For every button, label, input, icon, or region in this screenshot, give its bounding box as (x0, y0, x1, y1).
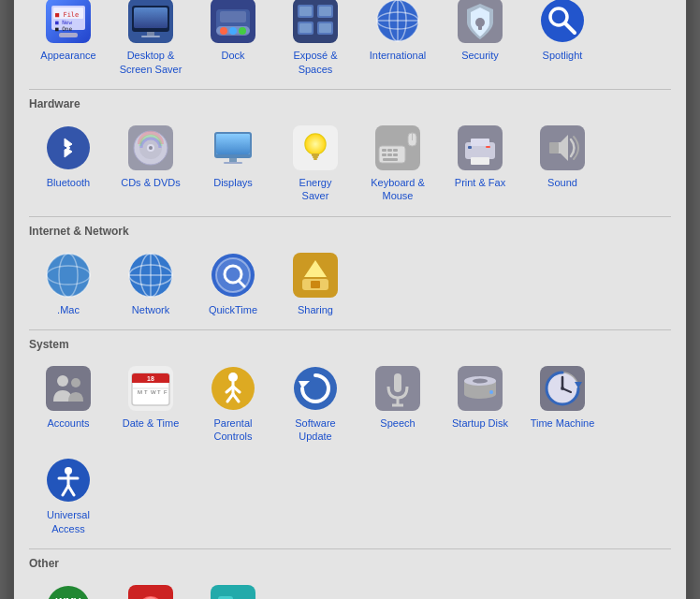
startup-disk-icon (456, 364, 504, 413)
pref-item-displays[interactable]: Displays (194, 118, 272, 207)
perian-icon (126, 583, 175, 599)
pref-item-accounts[interactable]: Accounts (29, 358, 108, 447)
svg-rect-97 (46, 366, 91, 411)
svg-rect-26 (319, 7, 331, 16)
svg-text:T: T (144, 389, 148, 395)
print-fax-icon (456, 124, 504, 172)
pref-item-perian[interactable]: Perian (111, 577, 190, 599)
international-icon (373, 0, 422, 45)
svg-rect-11 (147, 32, 154, 36)
svg-rect-149 (211, 585, 255, 599)
other-items: WMV ▶ Flip4MacWMV Perian (29, 577, 671, 599)
pref-item-desktop-screensaver[interactable]: Desktop &Screen Saver (111, 0, 190, 80)
quicktime-label: QuickTime (209, 303, 257, 316)
date-time-icon: 18 M T W T F (126, 364, 175, 413)
pref-item-security[interactable]: Security (441, 0, 519, 80)
security-icon (456, 0, 504, 45)
pref-item-mac[interactable]: .Mac (29, 245, 108, 320)
personal-items: ■ File ■ New ■ One Appearance (29, 0, 671, 80)
svg-text:■ One: ■ One (55, 25, 72, 32)
divider-internet (29, 216, 671, 217)
pref-item-dock[interactable]: Dock (194, 0, 272, 80)
pref-item-keyboard-mouse[interactable]: Keyboard &Mouse (358, 118, 437, 207)
pref-item-sound[interactable]: Sound (523, 118, 602, 207)
section-label-internet: Internet & Network (29, 225, 671, 238)
international-label: International (370, 49, 427, 62)
svg-point-99 (71, 378, 80, 387)
keyboard-mouse-icon (373, 124, 422, 172)
svg-rect-50 (216, 134, 250, 154)
pref-item-international[interactable]: International (358, 0, 437, 80)
pref-item-cds-dvds[interactable]: CDs & DVDs (111, 118, 190, 207)
system-preferences-window: ◀ ▶ Show All System Preferences 🔍 Person… (13, 0, 687, 599)
svg-rect-62 (387, 149, 392, 152)
pref-item-energy-saver[interactable]: EnergySaver (276, 118, 355, 207)
software-update-label: SoftwareUpdate (295, 416, 335, 444)
svg-rect-28 (319, 23, 331, 33)
pref-item-speech[interactable]: Speech (358, 358, 437, 447)
pref-item-startup-disk[interactable]: Startup Disk (441, 358, 519, 447)
svg-rect-74 (468, 146, 472, 149)
time-machine-icon (538, 364, 587, 413)
pref-item-bluetooth[interactable]: Bluetooth (29, 118, 108, 207)
pref-item-sharing[interactable]: Sharing (276, 245, 355, 320)
pref-item-flip4mac[interactable]: WMV ▶ Flip4MacWMV (29, 577, 108, 599)
network-label: Network (132, 303, 169, 316)
svg-rect-96 (311, 281, 320, 288)
software-update-icon (291, 364, 340, 413)
pref-item-software-update[interactable]: SoftwareUpdate (276, 358, 355, 447)
pref-item-universal-access[interactable]: UniversalAccess (29, 450, 108, 539)
svg-rect-67 (383, 158, 398, 161)
expose-spaces-label: Exposé &Spaces (293, 49, 337, 76)
appearance-icon: ■ File ■ New ■ One (44, 0, 93, 45)
pref-item-parental-controls[interactable]: ParentalControls (194, 358, 272, 447)
svg-rect-52 (224, 162, 242, 164)
pref-item-version-cue[interactable]: CS3 Version CueCS3 (194, 577, 272, 599)
svg-point-17 (229, 27, 237, 35)
bluetooth-label: Bluetooth (47, 176, 90, 189)
section-label-hardware: Hardware (29, 97, 671, 110)
pref-item-expose-spaces[interactable]: Exposé &Spaces (276, 0, 355, 80)
svg-rect-73 (471, 157, 489, 165)
speech-icon (373, 364, 422, 413)
accounts-label: Accounts (47, 416, 89, 430)
cds-dvds-icon (126, 124, 175, 172)
svg-point-55 (305, 134, 326, 154)
svg-rect-63 (393, 149, 398, 152)
pref-item-print-fax[interactable]: Print & Fax (441, 118, 519, 207)
pref-item-time-machine[interactable]: Time Machine (523, 358, 602, 447)
svg-point-16 (220, 27, 227, 35)
svg-rect-57 (313, 156, 318, 158)
pref-item-date-time[interactable]: 18 M T W T F Date & Time (111, 358, 190, 447)
svg-rect-12 (141, 36, 160, 37)
parental-controls-icon (209, 364, 257, 413)
svg-text:T: T (157, 389, 161, 395)
svg-point-38 (541, 0, 584, 42)
svg-rect-58 (314, 158, 317, 160)
universal-access-label: UniversalAccess (47, 508, 90, 535)
accounts-icon (44, 364, 93, 413)
sound-icon (538, 124, 587, 172)
svg-point-47 (149, 146, 153, 150)
keyboard-mouse-label: Keyboard &Mouse (371, 176, 424, 203)
pref-item-appearance[interactable]: ■ File ■ New ■ One Appearance (29, 0, 108, 80)
desktop-screensaver-label: Desktop &Screen Saver (120, 49, 182, 76)
svg-rect-61 (382, 149, 386, 152)
displays-label: Displays (213, 176, 253, 189)
svg-rect-78 (549, 142, 559, 153)
pref-item-network[interactable]: Network (111, 245, 190, 320)
internet-items: .Mac Network (29, 245, 671, 320)
cds-dvds-label: CDs & DVDs (121, 176, 181, 189)
sharing-label: Sharing (298, 303, 333, 316)
spotlight-icon (538, 0, 587, 45)
svg-rect-6 (59, 33, 78, 37)
svg-rect-25 (299, 7, 312, 16)
pref-item-spotlight[interactable]: Spotlight (523, 0, 602, 80)
mac-icon (44, 251, 93, 300)
svg-rect-72 (471, 139, 489, 146)
section-label-other: Other (29, 557, 671, 570)
quicktime-icon (209, 251, 257, 300)
pref-item-quicktime[interactable]: QuickTime (194, 245, 272, 320)
section-label-system: System (29, 338, 671, 351)
sharing-icon (291, 251, 340, 300)
